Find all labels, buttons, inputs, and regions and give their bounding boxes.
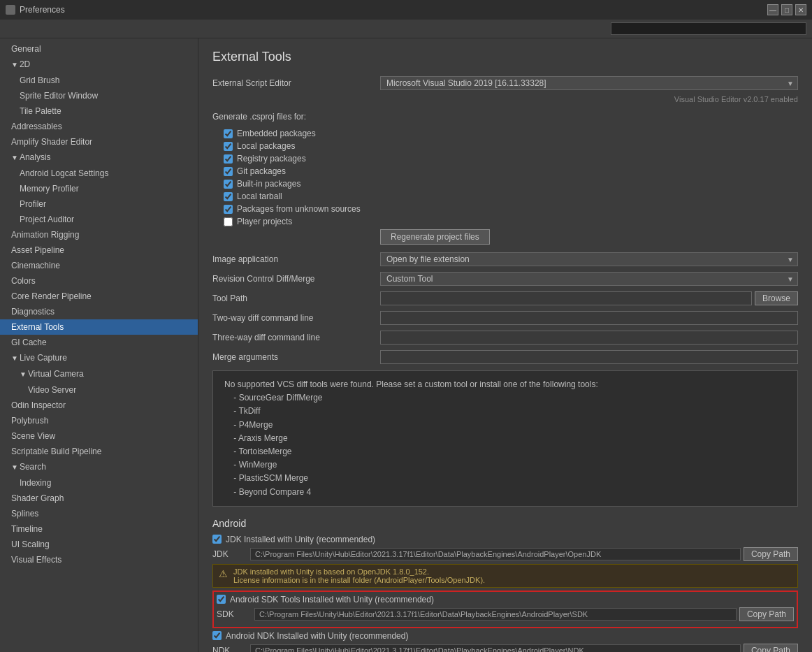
ndk-checkbox-row: Android NDK Installed with Unity (recomm… [212, 631, 798, 641]
sidebar-item-grid-brush[interactable]: Grid Brush [0, 73, 198, 88]
checkbox-unknown-label: Packages from unknown sources [237, 204, 361, 214]
tool-path-label: Tool Path [212, 294, 380, 303]
sidebar-item-sprite-editor[interactable]: Sprite Editor Window [0, 88, 198, 103]
two-way-diff-row: Two-way diff command line [212, 310, 798, 326]
checkbox-jdk[interactable] [212, 535, 222, 544]
tool-path-row: Tool Path Browse [212, 291, 798, 306]
revision-control-dropdown[interactable]: Custom Tool [380, 272, 798, 286]
jdk-copy-path-button[interactable]: Copy Path [744, 547, 798, 561]
checkbox-embedded[interactable] [224, 129, 233, 138]
warning-icon: ⚠ [219, 568, 228, 579]
sidebar-item-asset-pipeline[interactable]: Asset Pipeline [0, 242, 198, 258]
two-way-diff-input[interactable] [380, 311, 798, 325]
sidebar-item-diagnostics[interactable]: Diagnostics [0, 304, 198, 319]
sidebar-item-project-auditor[interactable]: Project Auditor [0, 212, 198, 227]
sidebar-item-cinemachine[interactable]: Cinemachine [0, 258, 198, 273]
sidebar-item-external-tools[interactable]: External Tools [0, 319, 198, 335]
sidebar-item-shader-graph[interactable]: Shader Graph [0, 491, 198, 506]
external-script-editor-row: External Script Editor Microsoft Visual … [212, 75, 798, 91]
app-icon [6, 5, 15, 15]
jdk-path-value: C:\Program Files\Unity\Hub\Editor\2021.3… [250, 548, 741, 560]
checkbox-ndk[interactable] [212, 631, 222, 640]
sidebar-item-timeline[interactable]: Timeline [0, 521, 198, 537]
sidebar-item-splines[interactable]: Splines [0, 506, 198, 521]
title-bar-left: Preferences [6, 5, 65, 15]
sidebar-item-video-server[interactable]: Video Server [0, 382, 198, 398]
sidebar-item-gi-cache[interactable]: GI Cache [0, 335, 198, 350]
content-area: External Tools External Script Editor Mi… [198, 38, 812, 652]
two-way-diff-label: Two-way diff command line [212, 313, 380, 323]
sidebar-item-scene-view[interactable]: Scene View [0, 428, 198, 444]
sidebar-item-addressables[interactable]: Addressables [0, 119, 198, 134]
checkbox-registry-label: Registry packages [237, 154, 306, 164]
jdk-warning-text: JDK installed with Unity is based on Ope… [233, 567, 485, 584]
sidebar-item-live-capture[interactable]: ▼Live Capture [0, 350, 198, 366]
tool-path-browse-button[interactable]: Browse [755, 291, 798, 305]
sidebar-item-polybrush[interactable]: Polybrush [0, 413, 198, 428]
checkbox-sdk[interactable] [217, 595, 226, 604]
sidebar-item-core-render-pipeline[interactable]: Core Render Pipeline [0, 289, 198, 304]
sidebar-item-animation-rigging[interactable]: Animation Rigging [0, 227, 198, 242]
image-application-dropdown[interactable]: Open by file extension [380, 252, 798, 266]
checkbox-unknown-row: Packages from unknown sources [224, 204, 798, 214]
checkbox-builtin-label: Built-in packages [237, 179, 300, 189]
maximize-button[interactable]: □ [781, 4, 792, 15]
image-application-dropdown-wrapper: Open by file extension ▼ [380, 252, 798, 266]
external-script-editor-dropdown[interactable]: Microsoft Visual Studio 2019 [16.11.3332… [380, 76, 798, 90]
checkbox-local[interactable] [224, 142, 233, 151]
ndk-path-value: C:\Program Files\Unity\Hub\Editor\2021.3… [250, 644, 741, 652]
sdk-label: SDK [217, 609, 252, 619]
checkbox-player[interactable] [224, 217, 233, 226]
sdk-checkbox-row: Android SDK Tools Installed with Unity (… [217, 595, 794, 604]
generate-csproj-label-row: Generate .csproj files for: [212, 109, 798, 124]
sidebar-item-profiler[interactable]: Profiler [0, 196, 198, 212]
sidebar-item-scriptable-build-pipeline[interactable]: Scriptable Build Pipeline [0, 444, 198, 459]
jdk-checkbox-row: JDK Installed with Unity (recommended) [212, 535, 798, 544]
ndk-copy-path-button[interactable]: Copy Path [744, 644, 798, 652]
checkbox-builtin[interactable] [224, 180, 233, 189]
three-way-diff-row: Three-way diff command line [212, 330, 798, 345]
merge-arguments-label: Merge arguments [212, 352, 380, 362]
vs-editor-hint: Visual Studio Editor v2.0.17 enabled [212, 95, 798, 103]
sidebar-item-memory-profiler[interactable]: Memory Profiler [0, 181, 198, 196]
checkbox-unknown[interactable] [224, 205, 233, 214]
android-title: Android [212, 518, 798, 529]
sidebar-item-tile-palette[interactable]: Tile Palette [0, 103, 198, 119]
sidebar-item-amplify-shader[interactable]: Amplify Shader Editor [0, 134, 198, 150]
sidebar-item-virtual-camera[interactable]: ▼Virtual Camera [0, 366, 198, 382]
regenerate-project-files-button[interactable]: Regenerate project files [380, 229, 490, 245]
sidebar-item-android-logcat[interactable]: Android Logcat Settings [0, 166, 198, 181]
close-button[interactable]: ✕ [795, 4, 806, 15]
tool-path-input[interactable] [380, 291, 752, 305]
sidebar-item-ui-scaling[interactable]: UI Scaling [0, 537, 198, 552]
image-application-row: Image application Open by file extension… [212, 252, 798, 267]
sidebar-item-colors[interactable]: Colors [0, 273, 198, 289]
external-script-editor-label: External Script Editor [212, 78, 380, 88]
sidebar-item-2d[interactable]: ▼2D [0, 57, 198, 73]
sdk-path-value: C:\Program Files\Unity\Hub\Editor\2021.3… [254, 608, 737, 621]
sdk-copy-path-button[interactable]: Copy Path [739, 607, 794, 621]
sidebar-item-search[interactable]: ▼Search [0, 459, 198, 475]
external-script-editor-dropdown-wrapper: Microsoft Visual Studio 2019 [16.11.3332… [380, 76, 798, 90]
sidebar-item-analysis[interactable]: ▼Analysis [0, 150, 198, 166]
checkbox-embedded-label: Embedded packages [237, 129, 316, 138]
vcs-tool-list: - SourceGear DiffMerge - TkDiff - P4Merg… [224, 391, 786, 499]
sidebar-item-general[interactable]: General [0, 41, 198, 57]
ndk-checkbox-label: Android NDK Installed with Unity (recomm… [226, 631, 408, 641]
revision-control-dropdown-wrapper: Custom Tool ▼ [380, 272, 798, 286]
checkbox-local-row: Local packages [224, 141, 798, 151]
sidebar-item-odin-inspector[interactable]: Odin Inspector [0, 398, 198, 413]
checkbox-tarball[interactable] [224, 192, 233, 201]
merge-arguments-input[interactable] [380, 350, 798, 364]
checkbox-git[interactable] [224, 167, 233, 176]
android-section: Android JDK Installed with Unity (recomm… [212, 518, 798, 652]
sidebar-item-visual-effects[interactable]: Visual Effects [0, 552, 198, 567]
checkbox-registry[interactable] [224, 154, 233, 164]
minimize-button[interactable]: — [767, 4, 778, 15]
search-input[interactable] [611, 22, 806, 35]
three-way-diff-input[interactable] [380, 331, 798, 345]
checkbox-git-row: Git packages [224, 166, 798, 176]
image-application-label: Image application [212, 254, 380, 264]
sidebar-item-indexing[interactable]: Indexing [0, 475, 198, 491]
title-bar-controls[interactable]: — □ ✕ [767, 4, 806, 15]
